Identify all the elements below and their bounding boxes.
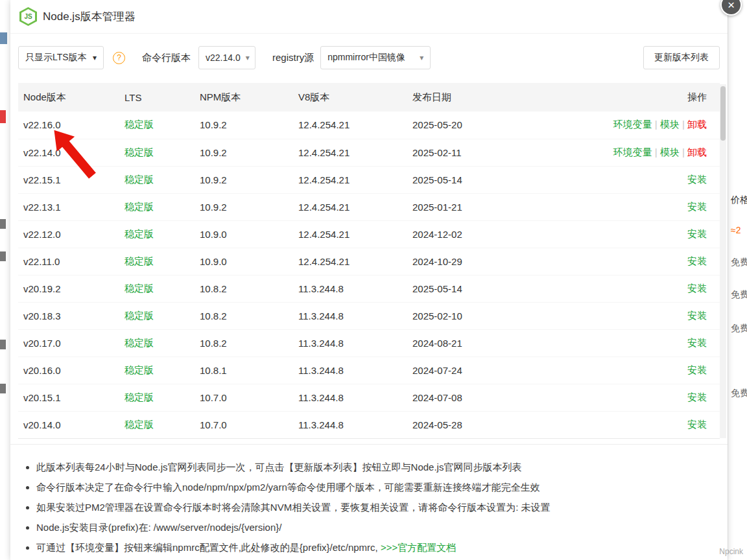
scrollbar-thumb[interactable] bbox=[720, 86, 726, 141]
install-link[interactable]: 安装 bbox=[687, 419, 707, 430]
release-date-cell: 2025-02-11 bbox=[407, 139, 569, 166]
table-scrollbar[interactable] bbox=[720, 84, 726, 438]
lts-cell: 稳定版 bbox=[119, 166, 195, 193]
npm-version-cell: 10.7.0 bbox=[195, 411, 293, 438]
v8-version-cell: 12.4.254.21 bbox=[293, 248, 407, 275]
lts-badge: 稳定版 bbox=[124, 391, 154, 402]
chevron-down-icon: ▾ bbox=[93, 53, 97, 62]
close-icon: × bbox=[728, 0, 735, 12]
version-table: Node版本 LTS NPM版本 V8版本 发布日期 操作 v22.16.0稳定… bbox=[18, 83, 720, 438]
nodejs-logo-text: JS bbox=[24, 13, 32, 20]
background-fragment bbox=[0, 384, 6, 393]
lts-cell: 稳定版 bbox=[119, 248, 195, 275]
header-lts: LTS bbox=[119, 83, 195, 111]
lts-cell: 稳定版 bbox=[119, 275, 195, 302]
version-cell: v20.17.0 bbox=[18, 329, 119, 356]
registry-value: npmmirror中国镜像 bbox=[327, 52, 405, 64]
lts-filter-value: 只显示LTS版本 bbox=[25, 52, 87, 64]
action-cell: 安装 bbox=[569, 302, 720, 329]
help-icon[interactable]: ? bbox=[113, 52, 125, 64]
cli-version-value: v22.14.0 bbox=[206, 52, 241, 63]
table-row: v22.16.0稳定版10.9.212.4.254.212025-05-20环境… bbox=[18, 111, 720, 139]
background-left-strip bbox=[0, 0, 10, 560]
version-cell: v22.13.1 bbox=[18, 193, 119, 220]
action-cell: 安装 bbox=[569, 411, 720, 438]
note-text: 命令行版本决定了在命令行中输入node/npm/npx/pm2/yarn等命令使… bbox=[36, 482, 540, 493]
table-row: v22.15.1稳定版10.9.212.4.254.212025-05-14安装 bbox=[18, 166, 720, 193]
background-fragment bbox=[0, 32, 7, 44]
lts-cell: 稳定版 bbox=[119, 111, 195, 139]
install-link[interactable]: 安装 bbox=[687, 337, 707, 348]
registry-select[interactable]: npmmirror中国镜像 ▾ bbox=[320, 46, 431, 69]
v8-version-cell: 12.4.254.21 bbox=[293, 220, 407, 248]
action-cell: 环境变量 | 模块 | 卸载 bbox=[569, 139, 720, 166]
table-row: v20.17.0稳定版10.8.211.3.244.82024-08-21安装 bbox=[18, 329, 720, 356]
version-cell: v20.18.3 bbox=[18, 302, 119, 329]
lts-badge: 稳定版 bbox=[124, 364, 154, 375]
nodejs-version-manager-modal: JS Node.js版本管理器 只显示LTS版本 ▾ ? 命令行版本 v22.1… bbox=[10, 0, 728, 560]
version-table-body: v22.16.0稳定版10.9.212.4.254.212025-05-20环境… bbox=[18, 111, 720, 438]
release-date-cell: 2025-02-10 bbox=[407, 302, 569, 329]
action-separator: | bbox=[652, 119, 660, 130]
npm-version-cell: 10.9.2 bbox=[195, 166, 293, 193]
header-node-version: Node版本 bbox=[18, 83, 119, 111]
header-npm: NPM版本 bbox=[195, 83, 293, 111]
npm-version-cell: 10.9.2 bbox=[195, 139, 293, 166]
install-link[interactable]: 安装 bbox=[687, 310, 707, 321]
version-cell: v20.19.2 bbox=[18, 275, 119, 302]
nodejs-logo-icon: JS bbox=[19, 7, 37, 26]
action-cell: 安装 bbox=[569, 384, 720, 411]
release-date-cell: 2025-05-14 bbox=[407, 275, 569, 302]
cli-version-label: 命令行版本 bbox=[142, 52, 191, 64]
note-text: 此版本列表每24小时与Node.js官网列表同步一次，可点击【更新版本列表】按钮… bbox=[36, 461, 521, 472]
module-link[interactable]: 模块 bbox=[660, 119, 680, 130]
release-date-cell: 2024-07-24 bbox=[407, 356, 569, 384]
npm-version-cell: 10.9.2 bbox=[195, 193, 293, 220]
install-link[interactable]: 安装 bbox=[687, 201, 707, 212]
background-text-fragment: 免费 bbox=[731, 388, 747, 399]
lts-badge: 稳定版 bbox=[124, 119, 154, 130]
v8-version-cell: 11.3.244.8 bbox=[293, 356, 407, 384]
note-text: 可通过【环境变量】按钮来编辑npmrc配置文件,此处修改的是{prefix}/e… bbox=[36, 542, 381, 553]
update-version-list-button[interactable]: 更新版本列表 bbox=[643, 46, 720, 69]
release-date-cell: 2024-10-29 bbox=[407, 248, 569, 275]
npm-version-cell: 10.9.0 bbox=[195, 248, 293, 275]
v8-version-cell: 11.3.244.8 bbox=[293, 329, 407, 356]
uninstall-link[interactable]: 卸载 bbox=[687, 146, 707, 158]
header-v8: V8版本 bbox=[293, 83, 407, 111]
install-link[interactable]: 安装 bbox=[687, 255, 707, 266]
table-row: v22.11.0稳定版10.9.012.4.254.212024-10-29安装 bbox=[18, 248, 720, 275]
lts-filter-select[interactable]: 只显示LTS版本 ▾ bbox=[18, 46, 104, 69]
note-item: 如果安装过PM2管理器在设置命令行版本时将会清除其NVM相关设置，要恢复相关设置… bbox=[36, 500, 718, 514]
v8-version-cell: 11.3.244.8 bbox=[293, 302, 407, 329]
action-cell: 安装 bbox=[569, 220, 720, 248]
install-link[interactable]: 安装 bbox=[687, 228, 707, 239]
module-link[interactable]: 模块 bbox=[660, 146, 680, 158]
install-link[interactable]: 安装 bbox=[687, 283, 707, 294]
table-row: v20.18.3稳定版10.8.211.3.244.82025-02-10安装 bbox=[18, 302, 720, 329]
install-link[interactable]: 安装 bbox=[687, 174, 707, 185]
note-item: 命令行版本决定了在命令行中输入node/npm/npx/pm2/yarn等命令使… bbox=[36, 480, 718, 494]
action-separator: | bbox=[652, 146, 660, 158]
uninstall-link[interactable]: 卸载 bbox=[687, 119, 707, 130]
lts-cell: 稳定版 bbox=[119, 220, 195, 248]
note-text: Node.js安装目录(prefix)在: /www/server/nodejs… bbox=[36, 522, 281, 533]
page-background: 价格≈2免费免费免费免费 JS Node.js版本管理器 只显示LTS版本 ▾ … bbox=[0, 0, 747, 560]
action-cell: 安装 bbox=[569, 166, 720, 193]
cli-version-select[interactable]: v22.14.0 ▾ bbox=[198, 46, 255, 69]
release-date-cell: 2024-08-21 bbox=[407, 329, 569, 356]
version-cell: v22.15.1 bbox=[18, 166, 119, 193]
action-cell: 安装 bbox=[569, 248, 720, 275]
install-link[interactable]: 安装 bbox=[687, 364, 707, 375]
env-vars-link[interactable]: 环境变量 bbox=[613, 146, 652, 158]
background-fragment bbox=[0, 340, 6, 349]
table-row: v20.16.0稳定版10.8.111.3.244.82024-07-24安装 bbox=[18, 356, 720, 384]
env-vars-link[interactable]: 环境变量 bbox=[613, 119, 652, 130]
official-doc-link[interactable]: >>>官方配置文档 bbox=[381, 542, 456, 553]
npm-version-cell: 10.8.2 bbox=[195, 329, 293, 356]
npm-version-cell: 10.7.0 bbox=[195, 384, 293, 411]
install-link[interactable]: 安装 bbox=[687, 391, 707, 402]
lts-badge: 稳定版 bbox=[124, 146, 154, 158]
modal-header: JS Node.js版本管理器 bbox=[10, 0, 728, 34]
npm-version-cell: 10.8.1 bbox=[195, 356, 293, 384]
